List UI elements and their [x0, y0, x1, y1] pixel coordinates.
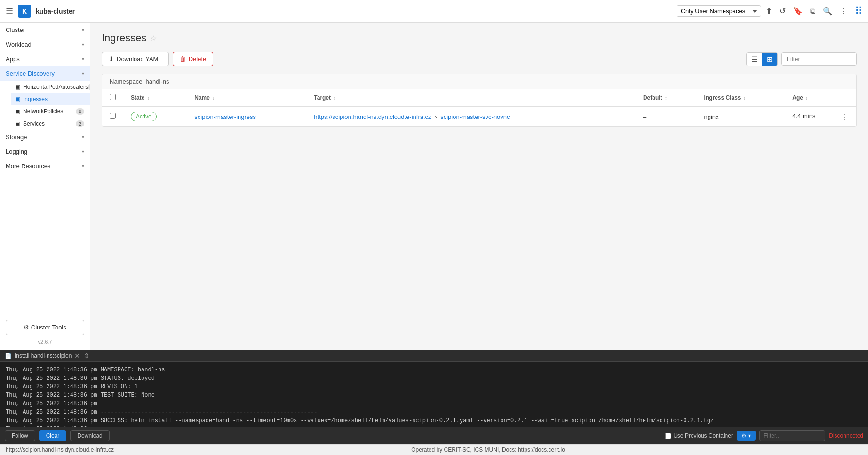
select-all-checkbox[interactable]: [102, 89, 123, 107]
sidebar-item-ingresses[interactable]: ▣ Ingresses: [11, 93, 90, 105]
sidebar-item-service-discovery[interactable]: Service Discovery ▾: [0, 66, 90, 81]
sidebar-item-cluster[interactable]: Cluster ▾: [0, 23, 90, 37]
target-svc-link[interactable]: scipion-master-svc-novnc: [440, 113, 510, 120]
hpa-icon: ▣: [15, 84, 20, 90]
terminal-line: Thu, Aug 25 2022 1:48:36 pm SUCCESS: hel…: [6, 416, 862, 425]
default-column-header[interactable]: Default ↕: [636, 89, 697, 107]
ingresses-label: Ingresses: [23, 96, 48, 102]
terminal-line: Thu, Aug 25 2022 1:48:36 pm STATUS: depl…: [6, 374, 862, 383]
state-cell: Active: [123, 107, 187, 126]
terminal-close-icon[interactable]: ✕: [74, 352, 80, 360]
apps-label: Apps: [6, 55, 20, 63]
terminal-panel: 📄 Install handl-ns:scipion ✕ ⇕ Thu, Aug …: [0, 350, 868, 444]
cluster-label: Cluster: [6, 26, 25, 33]
table-body: Active scipion-master-ingress https://sc…: [102, 107, 856, 126]
sidebar-item-workload[interactable]: Workload ▾: [0, 37, 90, 52]
terminal-expand-icon[interactable]: ⇕: [84, 352, 89, 360]
ingress-name-link[interactable]: scipion-master-ingress: [194, 113, 256, 120]
terminal-header: 📄 Install handl-ns:scipion ✕ ⇕: [0, 350, 868, 362]
status-badge: Active: [131, 112, 157, 121]
name-column-header[interactable]: Name ↓: [187, 89, 306, 107]
app-grid-icon[interactable]: ⠿: [855, 5, 862, 17]
target-column-header[interactable]: Target ↕: [306, 89, 636, 107]
row-menu-icon[interactable]: ⋮: [841, 112, 849, 121]
namespace-row: Namespace: handl-ns: [102, 74, 856, 89]
storage-label: Storage: [6, 133, 27, 141]
services-badge: 2: [76, 120, 84, 127]
state-column-header[interactable]: State ↕: [123, 89, 187, 107]
more-icon[interactable]: ⋮: [840, 7, 847, 16]
follow-button[interactable]: Follow: [5, 430, 35, 441]
sidebar-item-more-resources[interactable]: More Resources ▾: [0, 159, 90, 173]
ingresses-table: Namespace: handl-ns State ↕ Name ↓ Targe…: [102, 74, 857, 127]
network-policies-label: NetworkPolicies: [23, 108, 63, 115]
network-policies-badge: 0: [76, 108, 84, 115]
default-cell: –: [636, 107, 697, 126]
clear-button[interactable]: Clear: [39, 430, 67, 441]
chevron-right-icon: ▾: [82, 164, 84, 169]
view-toggle: ☰ ⊞: [746, 52, 778, 66]
upload-icon[interactable]: ⬆: [766, 7, 772, 16]
service-discovery-label: Service Discovery: [6, 70, 55, 77]
download-icon: ⬇: [109, 55, 114, 63]
sidebar-nav: Cluster ▾ Workload ▾ Apps ▾ Service Disc…: [0, 23, 90, 314]
sidebar-item-apps[interactable]: Apps ▾: [0, 52, 90, 66]
sidebar-item-logging[interactable]: Logging ▾: [0, 144, 90, 159]
terminal-line: Thu, Aug 25 2022 1:48:36 pm: [6, 400, 862, 408]
main-layout: Cluster ▾ Workload ▾ Apps ▾ Service Disc…: [0, 23, 868, 350]
use-previous-container-checkbox[interactable]: Use Previous Container: [665, 432, 733, 439]
services-icon: ▣: [15, 120, 20, 127]
age-column-header[interactable]: Age ↕: [785, 89, 856, 107]
terminal-file-icon: 📄: [5, 353, 12, 359]
status-center: Operated by CERIT-SC, ICS MUNI, Docs: ht…: [411, 447, 565, 453]
chevron-down-icon: ▾: [82, 27, 84, 32]
sidebar-item-network-policies[interactable]: ▣ NetworkPolicies 0: [11, 105, 90, 118]
sidebar-item-hpa[interactable]: ▣ HorizontalPodAutoscalers 0: [11, 81, 90, 93]
ingress-class-column-header[interactable]: Ingress Class ↕: [696, 89, 785, 107]
terminal-line: Thu, Aug 25 2022 1:48:36 pm NAMESPACE: h…: [6, 366, 862, 374]
search-icon[interactable]: 🔍: [823, 7, 832, 16]
terminal-footer: Follow Clear Download Use Previous Conta…: [0, 427, 868, 444]
terminal-settings-button[interactable]: ⚙ ▾: [737, 431, 756, 441]
status-link: https://scipion.handl-ns.dyn.cloud.e-inf…: [6, 447, 114, 453]
version-label: v2.6.7: [6, 339, 84, 345]
name-cell: scipion-master-ingress: [187, 107, 306, 126]
page-header: Ingresses ☆: [102, 32, 857, 44]
download-button[interactable]: Download: [70, 430, 109, 441]
chevron-right-icon: ▾: [82, 56, 84, 62]
download-yaml-button[interactable]: ⬇ Download YAML: [102, 52, 169, 66]
data-table: State ↕ Name ↓ Target ↕ Default ↕ Ingres…: [102, 89, 856, 126]
sidebar-item-storage[interactable]: Storage ▾: [0, 130, 90, 144]
bookmark-icon[interactable]: 🔖: [793, 7, 803, 16]
toolbar: ⬇ Download YAML 🗑 Delete ☰ ⊞: [102, 52, 857, 66]
terminal-line: Thu, Aug 25 2022 1:48:36 pm ------------…: [6, 408, 862, 416]
terminal-filter-input[interactable]: [759, 430, 825, 441]
disconnected-status: Disconnected: [829, 432, 863, 439]
sidebar-footer: ⚙ Cluster Tools v2.6.7: [0, 314, 90, 350]
table-row: Active scipion-master-ingress https://sc…: [102, 107, 856, 126]
logging-label: Logging: [6, 148, 27, 155]
sidebar-item-services[interactable]: ▣ Services 2: [11, 118, 90, 130]
filter-input[interactable]: [781, 52, 857, 66]
delete-button[interactable]: 🗑 Delete: [173, 52, 214, 66]
target-url-link[interactable]: https://scipion.handl-ns.dyn.cloud.e-inf…: [314, 113, 431, 120]
list-view-button[interactable]: ☰: [747, 53, 762, 66]
cluster-tools-button[interactable]: ⚙ Cluster Tools: [6, 320, 84, 335]
terminal-title: 📄 Install handl-ns:scipion ✕: [5, 352, 80, 360]
chevron-right-icon: ▾: [82, 42, 84, 47]
ingress-class-cell: nginx: [696, 107, 785, 126]
namespace-select[interactable]: Only User Namespaces: [677, 5, 761, 17]
more-resources-label: More Resources: [6, 163, 50, 170]
row-checkbox-cell[interactable]: [102, 107, 123, 126]
services-label: Services: [23, 120, 45, 127]
grid-view-button[interactable]: ⊞: [762, 53, 777, 66]
favorite-star-icon[interactable]: ☆: [150, 34, 157, 43]
terminal-body[interactable]: Thu, Aug 25 2022 1:48:36 pm NAMESPACE: h…: [0, 362, 868, 427]
chevron-right-icon: ▾: [82, 149, 84, 154]
page-title: Ingresses: [102, 32, 146, 44]
clone-icon[interactable]: ⧉: [810, 7, 815, 16]
trash-icon: 🗑: [180, 55, 186, 63]
hpa-label: HorizontalPodAutoscalers: [23, 84, 88, 90]
hamburger-icon[interactable]: ☰: [6, 6, 13, 16]
redo-icon[interactable]: ↺: [780, 7, 786, 16]
